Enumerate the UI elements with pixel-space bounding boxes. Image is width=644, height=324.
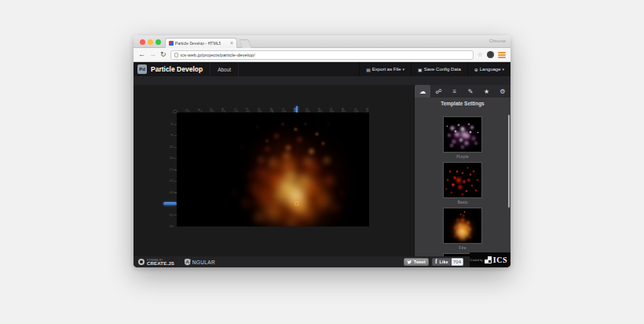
panel-title: Template Settings xyxy=(415,101,510,106)
caret-down-icon: ▾ xyxy=(403,67,405,72)
cloud-icon[interactable]: ☁ xyxy=(415,85,430,98)
createjs-logo[interactable]: POWERED BY CREATE.JS xyxy=(138,259,179,265)
angular-logo[interactable]: A NGULAR xyxy=(185,259,216,266)
ruler-tick: 140 xyxy=(222,108,225,112)
url-text: ics-web.jp/projects/particle-develop/ xyxy=(181,53,255,57)
ruler-tick: 105 xyxy=(169,145,174,148)
tab-favicon-icon xyxy=(169,41,174,46)
browser-window: Particle Develop - HTML5 | × Chrome ← → … xyxy=(134,35,510,267)
app-logo: Pd xyxy=(137,64,147,74)
ruler-tick: 280 xyxy=(270,108,273,112)
app-footer: POWERED BY CREATE.JS A NGULAR Tweet xyxy=(134,256,510,267)
star-icon[interactable]: ★ xyxy=(478,85,494,98)
ruler-tick: 0 xyxy=(172,111,174,113)
gear-icon[interactable]: ⚙ xyxy=(495,85,510,98)
bookmark-star-icon[interactable]: ☆ xyxy=(478,52,483,58)
browser-toolbar: ← → ↻ ics-web.jp/projects/particle-devel… xyxy=(134,48,510,62)
ruler-tick: 490 xyxy=(342,108,345,112)
template-label: Purple xyxy=(445,154,481,158)
tweet-button[interactable]: Tweet xyxy=(404,258,430,266)
page-icon xyxy=(174,53,178,57)
window-zoom-button[interactable] xyxy=(156,39,161,45)
template-label: Basic xyxy=(445,200,481,204)
share-icon[interactable]: ☍ xyxy=(430,85,446,98)
language-icon: ⊕ xyxy=(474,67,478,72)
tab-close-icon[interactable]: × xyxy=(230,41,233,46)
top-ruler: 0357010514017521024528031535038542045549… xyxy=(177,104,369,112)
ics-logo-icon xyxy=(485,256,492,263)
pencil-icon[interactable]: ✎ xyxy=(463,85,478,98)
ruler-tick: 210 xyxy=(247,108,249,112)
createjs-name: CREATE.JS xyxy=(147,262,179,265)
ruler-tick: 105 xyxy=(210,108,213,112)
ruler-tick: 525 xyxy=(354,108,357,112)
save-config-data-button[interactable]: ▣ Save Config Data xyxy=(411,62,467,76)
facebook-icon: f xyxy=(435,259,437,264)
created-by-label: Created by xyxy=(470,259,483,261)
tab-title: Particle Develop - HTML5 | xyxy=(175,41,221,45)
ruler-tick: 350 xyxy=(169,225,174,227)
ics-name: ICS xyxy=(493,256,507,264)
like-widget: f Like 704 xyxy=(432,258,463,266)
save-icon: ▣ xyxy=(418,67,423,72)
createjs-icon xyxy=(138,259,145,265)
emitter-y-marker xyxy=(163,202,177,205)
save-config-data-label: Save Config Data xyxy=(424,67,461,72)
template-thumbnail[interactable] xyxy=(443,162,482,198)
back-icon[interactable]: ← xyxy=(138,51,145,58)
particle-develop-app: Pd Particle Develop About ▤ Export as Fi… xyxy=(134,62,510,267)
template-label: Fire xyxy=(445,245,481,249)
settings-panel: ☁ ☍ ≡ ✎ ★ ⚙ Template Settings Purple Bas… xyxy=(414,85,510,256)
desktop-background: Particle Develop - HTML5 | × Chrome ← → … xyxy=(0,0,644,324)
ruler-tick: 315 xyxy=(169,214,174,216)
export-as-file-label: Export as File xyxy=(372,67,401,72)
settings-tabs: ☁ ☍ ≡ ✎ ★ ⚙ xyxy=(415,85,510,98)
sliders-icon[interactable]: ≡ xyxy=(447,85,463,98)
angular-icon: A xyxy=(185,259,191,266)
ruler-tick: 0 xyxy=(174,109,177,111)
language-button[interactable]: ⊕ Language ▾ xyxy=(467,62,510,76)
app-header: Pd Particle Develop About ▤ Export as Fi… xyxy=(134,62,510,76)
template-item-basic[interactable]: Basic xyxy=(443,162,482,204)
reload-icon[interactable]: ↻ xyxy=(160,51,166,58)
window-close-button[interactable] xyxy=(140,39,145,45)
like-count: 704 xyxy=(452,258,463,266)
left-ruler: 03570105140175210245315350 xyxy=(161,112,177,226)
ruler-tick: 385 xyxy=(306,108,309,112)
export-as-file-button[interactable]: ▤ Export as File ▾ xyxy=(359,62,411,76)
ruler-tick: 560 xyxy=(367,108,369,112)
angular-name: NGULAR xyxy=(192,260,216,265)
ruler-tick: 245 xyxy=(258,108,261,112)
file-export-icon: ▤ xyxy=(366,67,371,72)
ruler-tick: 35 xyxy=(170,123,174,125)
forward-icon[interactable]: → xyxy=(149,51,156,58)
preview-area: 0357010514017521024528031535038542045549… xyxy=(134,85,414,256)
address-bar[interactable]: ics-web.jp/projects/particle-develop/ xyxy=(170,50,474,60)
createjs-powered-by: POWERED BY xyxy=(147,260,163,261)
caret-down-icon: ▾ xyxy=(502,67,504,72)
window-minimize-button[interactable] xyxy=(148,39,153,45)
particle-canvas[interactable] xyxy=(177,112,369,226)
template-item-fire[interactable]: Fire xyxy=(443,208,482,250)
browser-tab[interactable]: Particle Develop - HTML5 | × xyxy=(165,38,237,48)
ruler-tick: 350 xyxy=(295,108,297,112)
like-button[interactable]: f Like xyxy=(432,258,452,266)
social-buttons: Tweet f Like 704 xyxy=(404,258,463,266)
profile-icon[interactable] xyxy=(487,51,494,58)
ruler-tick: 175 xyxy=(234,108,236,112)
ruler-tick: 420 xyxy=(318,108,320,112)
template-item-purple[interactable]: Purple xyxy=(443,116,482,159)
ics-credit[interactable]: Created by ICS xyxy=(470,252,510,267)
menu-about[interactable]: About xyxy=(210,62,239,76)
ruler-tick: 315 xyxy=(283,108,285,112)
new-tab-button[interactable] xyxy=(239,39,252,48)
ruler-tick: 210 xyxy=(169,179,174,182)
template-thumbnail[interactable] xyxy=(443,208,482,244)
tweet-label: Tweet xyxy=(414,260,426,263)
ruler-tick: 455 xyxy=(331,108,333,112)
language-label: Language xyxy=(480,67,501,72)
ruler-tick: 35 xyxy=(186,109,188,112)
menu-icon[interactable] xyxy=(498,52,506,58)
template-thumbnail[interactable] xyxy=(443,116,482,153)
settings-scrollbar[interactable] xyxy=(508,115,510,208)
